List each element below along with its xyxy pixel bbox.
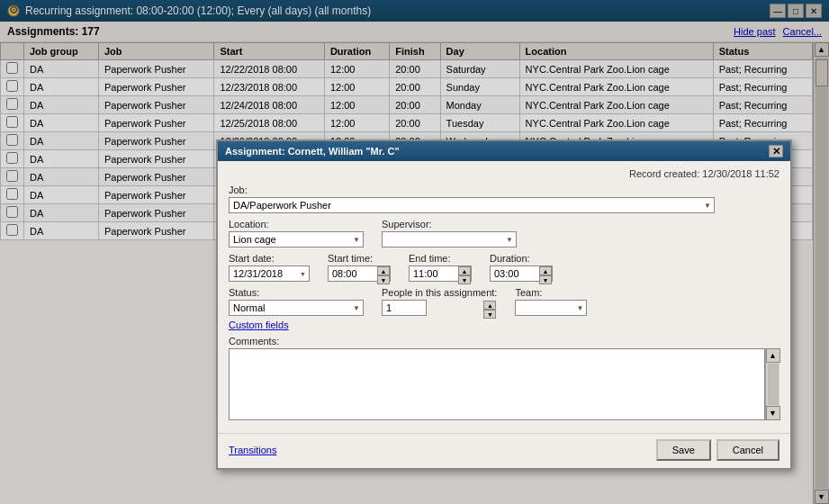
status-label: Status: bbox=[229, 287, 364, 298]
status-row: Status: Normal People in this assignment… bbox=[229, 287, 779, 316]
status-select[interactable]: Normal bbox=[229, 300, 364, 316]
modal-footer: Transitions Save Cancel bbox=[218, 433, 790, 468]
start-date-wrapper bbox=[229, 266, 310, 282]
start-time-group: Start time: ▲ ▼ bbox=[328, 253, 391, 282]
people-down[interactable]: ▼ bbox=[483, 310, 496, 319]
comments-scroll-track bbox=[768, 364, 779, 405]
transitions-link[interactable]: Transitions bbox=[229, 445, 276, 455]
job-label: Job: bbox=[229, 184, 779, 195]
save-button[interactable]: Save bbox=[656, 439, 711, 461]
modal-title: Assignment: Cornett, William "Mr. C" bbox=[225, 146, 400, 157]
start-time-label: Start time: bbox=[328, 253, 391, 264]
start-date-input[interactable] bbox=[229, 266, 310, 282]
duration-spinners: ▲ ▼ bbox=[539, 266, 552, 284]
main-content: Assignments: 177 Hide past Cancel... Job… bbox=[0, 22, 829, 504]
comments-scroll-down[interactable]: ▼ bbox=[766, 406, 780, 420]
team-group: Team: bbox=[515, 287, 587, 316]
supervisor-group: Supervisor: bbox=[382, 219, 517, 248]
people-group: People in this assignment: ▲ ▼ bbox=[382, 287, 497, 316]
comments-row: Comments: ▲ ▼ bbox=[229, 336, 779, 420]
location-group: Location: Lion cage bbox=[229, 219, 364, 248]
people-spinners: ▲ ▼ bbox=[483, 301, 496, 319]
custom-fields-link[interactable]: Custom fields bbox=[229, 320, 779, 330]
start-time-spinners: ▲ ▼ bbox=[377, 266, 390, 284]
duration-down[interactable]: ▼ bbox=[539, 275, 552, 284]
modal-close-button[interactable]: ✕ bbox=[769, 145, 783, 158]
location-select-wrapper: Lion cage bbox=[229, 231, 364, 248]
supervisor-select[interactable] bbox=[382, 231, 517, 248]
cancel-button[interactable]: Cancel bbox=[716, 439, 779, 461]
start-time-wrapper: ▲ ▼ bbox=[328, 266, 391, 282]
supervisor-select-wrapper bbox=[382, 231, 517, 248]
start-time-down[interactable]: ▼ bbox=[377, 275, 390, 284]
end-time-down[interactable]: ▼ bbox=[458, 275, 471, 284]
end-time-up[interactable]: ▲ bbox=[458, 266, 471, 275]
people-up[interactable]: ▲ bbox=[483, 301, 496, 310]
modal-title-bar: Assignment: Cornett, William "Mr. C" ✕ bbox=[218, 141, 790, 161]
footer-buttons: Save Cancel bbox=[656, 439, 779, 461]
start-time-up[interactable]: ▲ bbox=[377, 266, 390, 275]
time-row: Start date: Start time: ▲ ▼ bbox=[229, 253, 779, 282]
duration-label: Duration: bbox=[490, 253, 553, 264]
comments-label: Comments: bbox=[229, 336, 779, 346]
comments-textarea[interactable] bbox=[229, 348, 765, 420]
assignment-modal: Assignment: Cornett, William "Mr. C" ✕ R… bbox=[216, 140, 792, 470]
location-select[interactable]: Lion cage bbox=[229, 231, 364, 248]
modal-body: Record created: 12/30/2018 11:52 Job: DA… bbox=[218, 161, 790, 433]
job-select[interactable]: DA/Paperwork Pusher bbox=[229, 197, 715, 213]
duration-wrapper: ▲ ▼ bbox=[490, 266, 553, 282]
people-label: People in this assignment: bbox=[382, 287, 497, 298]
team-select-wrapper bbox=[515, 300, 587, 316]
end-time-label: End time: bbox=[409, 253, 472, 264]
people-input[interactable] bbox=[382, 300, 427, 316]
status-group: Status: Normal bbox=[229, 287, 364, 316]
job-select-wrapper: DA/Paperwork Pusher bbox=[229, 197, 715, 213]
location-label: Location: bbox=[229, 219, 364, 230]
comments-scrollbar[interactable]: ▲ ▼ bbox=[765, 348, 779, 420]
supervisor-label: Supervisor: bbox=[382, 219, 517, 230]
end-time-spinners: ▲ ▼ bbox=[458, 266, 471, 284]
job-row: Job: DA/Paperwork Pusher bbox=[229, 184, 779, 213]
people-wrapper: ▲ ▼ bbox=[382, 300, 497, 316]
status-select-wrapper: Normal bbox=[229, 300, 364, 316]
modal-overlay: Assignment: Cornett, William "Mr. C" ✕ R… bbox=[0, 0, 829, 504]
end-time-wrapper: ▲ ▼ bbox=[409, 266, 472, 282]
start-date-label: Start date: bbox=[229, 253, 310, 264]
team-select[interactable] bbox=[515, 300, 587, 316]
start-date-group: Start date: bbox=[229, 253, 310, 282]
duration-group: Duration: ▲ ▼ bbox=[490, 253, 553, 282]
location-supervisor-row: Location: Lion cage Supervisor: bbox=[229, 219, 779, 248]
record-created: Record created: 12/30/2018 11:52 bbox=[229, 168, 779, 179]
duration-up[interactable]: ▲ bbox=[539, 266, 552, 275]
comments-scroll-up[interactable]: ▲ bbox=[766, 348, 780, 363]
comments-area: ▲ ▼ bbox=[229, 348, 779, 420]
team-label: Team: bbox=[515, 287, 587, 298]
end-time-group: End time: ▲ ▼ bbox=[409, 253, 472, 282]
